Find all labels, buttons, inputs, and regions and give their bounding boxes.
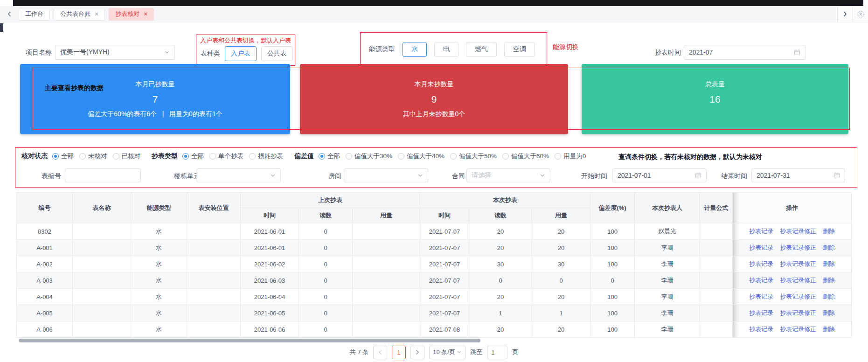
stat-card-footer: 偏差大于60%的表有6个 | 用量为0的表有1个 — [88, 110, 222, 118]
energy-type-button[interactable]: 水 — [403, 42, 427, 57]
energy-type-button[interactable]: 空调 — [504, 42, 535, 57]
table-cell — [73, 223, 131, 240]
radio-option[interactable]: 全部 — [319, 152, 340, 160]
tab-1[interactable]: 工作台 — [19, 8, 50, 21]
tab-close-icon[interactable]: × — [144, 11, 147, 17]
filter-select-2[interactable] — [196, 168, 281, 182]
radio-option-label: 未核对 — [88, 152, 107, 160]
reading-record-correct-link[interactable]: 抄表记录修正 — [780, 277, 816, 284]
filter-select-3[interactable] — [344, 168, 428, 182]
reading-record-link[interactable]: 抄表记录 — [749, 244, 773, 251]
reading-record-correct-link[interactable]: 抄表记录修正 — [780, 326, 816, 333]
table-cell — [353, 223, 420, 240]
read-time-label: 抄表时间 — [655, 45, 681, 60]
table-cell: 2021-06-06 — [241, 321, 299, 338]
radio-group: 核对状态全部未核对已核对 — [21, 152, 140, 160]
page-size-select[interactable]: 10 条/页 — [429, 346, 465, 359]
pagination-page-1-button[interactable]: 1 — [392, 346, 406, 359]
delete-link[interactable]: 删除 — [823, 228, 835, 235]
tab-2[interactable]: 公共表台账× — [54, 8, 105, 21]
tab-3[interactable]: 抄表核对× — [109, 8, 154, 21]
reading-record-correct-link[interactable]: 抄表记录修正 — [780, 260, 816, 267]
radio-icon — [346, 153, 352, 160]
radio-option[interactable]: 偏值大于40% — [398, 152, 444, 160]
table-cell: A-004 — [17, 289, 73, 305]
radio-option[interactable]: 单个抄表 — [209, 152, 243, 160]
table-cell — [353, 305, 420, 321]
table-cell — [187, 321, 241, 338]
delete-link[interactable]: 删除 — [823, 260, 835, 267]
table-cell — [700, 289, 733, 305]
table-cell: 水 — [131, 240, 187, 256]
column-group-last-reading: 上次抄表 — [241, 193, 420, 208]
pagination-prev-button[interactable] — [373, 346, 387, 359]
table-cell: A-005 — [17, 305, 73, 321]
table-cell-actions: 抄表记录抄表记录修正删除 — [733, 256, 852, 272]
table-cell — [73, 272, 131, 289]
energy-type-button[interactable]: 电 — [434, 42, 458, 57]
delete-link[interactable]: 删除 — [823, 277, 835, 284]
pagination-next-button[interactable] — [410, 346, 424, 359]
tabs-scroll-right-icon[interactable] — [837, 6, 853, 22]
read-time-input[interactable]: 2021-07 — [684, 45, 806, 60]
radio-option-label: 全部 — [61, 152, 74, 160]
project-select[interactable]: 优美一号(YMYH) — [55, 45, 175, 60]
filter-input-1[interactable] — [65, 168, 141, 182]
stat-card-total: 总表量16 — [582, 64, 848, 134]
reading-record-link[interactable]: 抄表记录 — [749, 228, 773, 235]
meter-kind-button[interactable]: 入户表 — [225, 46, 257, 61]
radio-option[interactable]: 偏值大于60% — [502, 152, 549, 160]
energy-type-button[interactable]: 燃气 — [466, 42, 497, 57]
reading-record-correct-link[interactable]: 抄表记录修正 — [780, 309, 816, 316]
filter-date-5[interactable]: 2021-07-01 — [612, 168, 707, 182]
table-cell — [700, 223, 733, 240]
reading-record-correct-link[interactable]: 抄表记录修正 — [780, 244, 816, 251]
reading-record-correct-link[interactable]: 抄表记录修正 — [780, 228, 816, 235]
energy-type-buttons: 水电燃气空调 — [403, 42, 535, 57]
reading-record-link[interactable]: 抄表记录 — [749, 326, 773, 333]
table-cell: 2021-06-03 — [241, 272, 299, 289]
page-jump-input[interactable] — [487, 346, 507, 359]
table-cell: 20 — [469, 240, 532, 256]
radio-option[interactable]: 全部 — [52, 152, 74, 160]
tabs-scroll-left-icon[interactable] — [0, 11, 19, 17]
radio-option[interactable]: 用量为0 — [555, 152, 586, 160]
table-cell: 李珊 — [635, 272, 700, 289]
tab-close-icon[interactable]: × — [95, 11, 98, 17]
delete-link[interactable]: 删除 — [823, 293, 835, 300]
radio-group-label: 抄表类型 — [152, 152, 178, 160]
table-cell — [353, 321, 420, 338]
reading-record-link[interactable]: 抄表记录 — [749, 260, 773, 267]
reading-record-link[interactable]: 抄表记录 — [749, 277, 773, 284]
filter-radio-row: 核对状态全部未核对已核对抄表类型全部单个抄表损耗抄表偏差值全部偏值大于30%偏值… — [21, 152, 586, 160]
radio-option[interactable]: 未核对 — [79, 152, 107, 160]
radio-option[interactable]: 已核对 — [113, 152, 141, 160]
delete-link[interactable]: 删除 — [823, 309, 835, 316]
horizontal-scrollbar-thumb[interactable] — [19, 339, 480, 342]
filter-select-4[interactable]: 请选择 — [466, 168, 550, 182]
radio-option-label: 偏值大于50% — [459, 152, 497, 160]
radio-icon — [79, 153, 86, 160]
filter-field-value: 请选择 — [472, 171, 491, 180]
filter-date-6[interactable]: 2021-07-31 — [751, 168, 845, 182]
radio-options: 全部偏值大于30%偏值大于40%偏值大于50%偏值大于60%用量为0 — [319, 152, 586, 160]
meter-kind-button[interactable]: 公共表 — [261, 46, 293, 61]
radio-option[interactable]: 偏值大于50% — [450, 152, 497, 160]
table-cell — [187, 289, 241, 305]
reading-record-link[interactable]: 抄表记录 — [749, 293, 773, 300]
radio-icon — [398, 153, 404, 160]
column-header: 能源类型 — [131, 193, 187, 223]
radio-option[interactable]: 全部 — [182, 152, 204, 160]
stat-card-value: 7 — [153, 94, 158, 105]
radio-option[interactable]: 损耗抄表 — [249, 152, 283, 160]
reading-record-link[interactable]: 抄表记录 — [749, 309, 773, 316]
annotation-filter-box: 核对状态全部未核对已核对抄表类型全部单个抄表损耗抄表偏差值全部偏值大于30%偏值… — [15, 147, 857, 188]
table-cell: 0 — [299, 321, 353, 338]
tabs-close-all-icon[interactable] — [853, 6, 868, 22]
radio-option[interactable]: 偏值大于30% — [346, 152, 392, 160]
reading-record-correct-link[interactable]: 抄表记录修正 — [780, 293, 816, 300]
radio-option-label: 全部 — [327, 152, 340, 160]
delete-link[interactable]: 删除 — [823, 326, 835, 333]
delete-link[interactable]: 删除 — [823, 244, 835, 251]
table-cell: 2021-06-04 — [241, 289, 299, 305]
